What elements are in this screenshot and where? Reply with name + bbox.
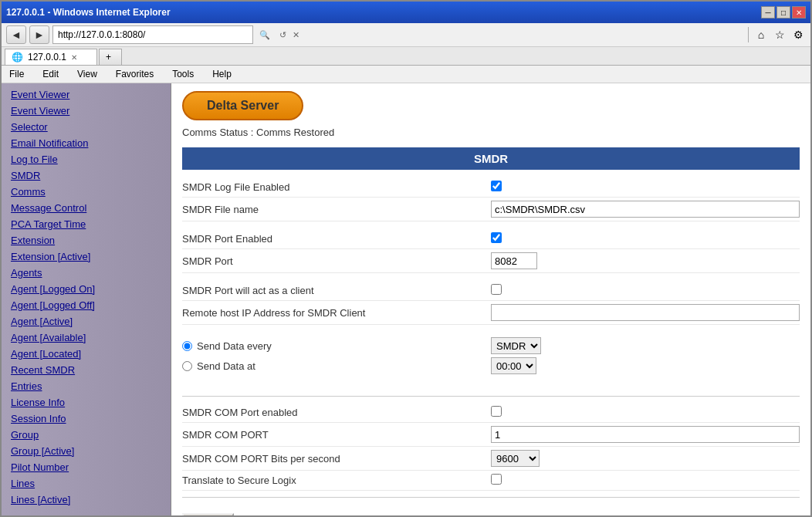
maximize-button[interactable]: □: [776, 6, 790, 19]
send-data-at-select[interactable]: 00:00 01:00 02:00: [491, 357, 536, 374]
window-controls: ─ □ ✕: [761, 6, 806, 19]
smdr-port-enabled-value: [491, 232, 800, 245]
send-data-at-row: Send Data at 00:00 01:00 02:00: [182, 357, 800, 374]
gap2: [182, 273, 800, 281]
smdr-section-header: SMDR: [182, 147, 800, 170]
send-data-every-row: Send Data every SMDR Hour Day: [182, 337, 800, 354]
menu-favorites[interactable]: Favorites: [113, 67, 157, 81]
sidebar-item-lines-active[interactable]: Lines [Active]: [2, 492, 171, 508]
toolbar-separator: [748, 27, 749, 42]
gap3: [182, 325, 800, 333]
send-data-at-label: Send Data at: [182, 360, 491, 372]
smdr-log-file-enabled-value: [491, 181, 800, 194]
active-tab[interactable]: 🌐 127.0.0.1 ✕: [5, 49, 97, 65]
tab-close-button[interactable]: ✕: [71, 53, 77, 62]
favorites-icon[interactable]: ☆: [772, 27, 787, 42]
menu-view[interactable]: View: [74, 67, 100, 81]
smdr-file-name-input[interactable]: [491, 201, 800, 218]
menu-help[interactable]: Help: [209, 67, 235, 81]
sidebar-item-lines[interactable]: Lines: [2, 475, 171, 492]
remote-host-ip-label: Remote host IP Address for SMDR Client: [182, 307, 491, 319]
main-window: 127.0.0.1 - Windows Internet Explorer ─ …: [0, 0, 812, 517]
smdr-com-port-input[interactable]: [491, 426, 800, 443]
home-icon[interactable]: ⌂: [753, 27, 769, 42]
sidebar-item-comms[interactable]: Comms: [2, 184, 171, 200]
smdr-log-file-enabled-row: SMDR Log File Enabled: [182, 177, 800, 198]
smdr-file-name-row: SMDR File name: [182, 198, 800, 221]
smdr-com-port-enabled-checkbox[interactable]: [491, 406, 502, 417]
smdr-com-port-enabled-row: SMDR COM Port enabled: [182, 403, 800, 423]
sidebar-item-license-info[interactable]: License Info: [2, 394, 171, 411]
smdr-port-input[interactable]: [491, 252, 537, 269]
translate-secure-logix-label: Translate to Secure Logix: [182, 475, 491, 486]
sidebar-item-agent-active[interactable]: Agent [Active]: [2, 313, 171, 329]
sidebar-item-email-notification[interactable]: Email Notification: [2, 135, 171, 151]
send-data-every-select[interactable]: SMDR Hour Day: [491, 337, 541, 354]
sidebar-item-smdr[interactable]: SMDR: [2, 167, 171, 184]
sidebar-item-agent-located[interactable]: Agent [Located]: [2, 346, 171, 362]
minimize-button[interactable]: ─: [761, 6, 775, 19]
sidebar-item-agent-logged-off[interactable]: Agent [Logged Off]: [2, 297, 171, 313]
smdr-com-port-bps-label: SMDR COM PORT Bits per second: [182, 453, 491, 465]
sidebar-item-agents[interactable]: Agents: [2, 265, 171, 281]
gap1: [182, 221, 800, 229]
divider1: [182, 396, 800, 397]
smdr-port-enabled-label: SMDR Port Enabled: [182, 233, 491, 245]
close-button[interactable]: ✕: [792, 6, 806, 19]
smdr-port-client-checkbox[interactable]: [491, 284, 502, 295]
sidebar-item-event-viewer-2[interactable]: Event Viewer: [2, 103, 171, 119]
new-tab-button[interactable]: +: [99, 49, 122, 65]
divider2: [182, 497, 800, 498]
translate-secure-logix-checkbox[interactable]: [491, 474, 502, 485]
sidebar-item-group-active[interactable]: Group [Active]: [2, 443, 171, 459]
menu-file[interactable]: File: [6, 67, 27, 81]
smdr-port-value: [491, 252, 800, 269]
send-data-every-label: Send Data every: [182, 340, 491, 352]
address-row: 🔍 ↺ ✕: [52, 25, 743, 44]
apply-button[interactable]: apply: [182, 513, 234, 515]
sidebar-item-message-control[interactable]: Message Control: [2, 200, 171, 216]
menu-bar: File Edit View Favorites Tools Help: [2, 66, 810, 83]
sidebar-item-session-info[interactable]: Session Info: [2, 411, 171, 427]
smdr-port-enabled-checkbox[interactable]: [491, 232, 502, 243]
menu-edit[interactable]: Edit: [39, 67, 62, 81]
smdr-com-port-bps-value: 9600 19200 38400: [491, 450, 800, 467]
remote-host-ip-row: Remote host IP Address for SMDR Client: [182, 301, 800, 325]
smdr-port-enabled-row: SMDR Port Enabled: [182, 229, 800, 249]
sidebar-item-recent-smdr[interactable]: Recent SMDR: [2, 362, 171, 378]
smdr-file-name-label: SMDR File name: [182, 204, 491, 215]
remote-host-ip-input[interactable]: [491, 304, 800, 321]
settings-icon[interactable]: ⚙: [790, 27, 806, 42]
smdr-port-row: SMDR Port: [182, 249, 800, 273]
window-title: 127.0.0.1 - Windows Internet Explorer: [6, 7, 171, 18]
menu-tools[interactable]: Tools: [169, 67, 197, 81]
sidebar-item-agent-logged-on[interactable]: Agent [Logged On]: [2, 281, 171, 297]
gap4: [182, 382, 800, 390]
sidebar-item-pilot-number[interactable]: Pilot Number: [2, 459, 171, 475]
sidebar-item-pca-target-time[interactable]: PCA Target Time: [2, 216, 171, 232]
forward-button[interactable]: ►: [29, 25, 49, 44]
address-bar[interactable]: [52, 25, 253, 44]
sidebar-item-event-viewer-1[interactable]: Event Viewer: [2, 86, 171, 103]
tab-favicon: 🌐: [12, 52, 23, 63]
comms-status: Comms Status : Comms Restored: [182, 127, 800, 138]
smdr-port-client-value: [491, 284, 800, 297]
sidebar-item-entries[interactable]: Entries: [2, 378, 171, 394]
smdr-com-port-label: SMDR COM PORT: [182, 429, 491, 441]
smdr-com-port-bps-select[interactable]: 9600 19200 38400: [491, 450, 540, 467]
back-button[interactable]: ◄: [6, 25, 26, 44]
sidebar-item-extension-active[interactable]: Extension [Active]: [2, 248, 171, 265]
sidebar-item-extension[interactable]: Extension: [2, 232, 171, 248]
sidebar-item-log-to-file[interactable]: Log to File: [2, 151, 171, 167]
sidebar-item-selector[interactable]: Selector: [2, 119, 171, 135]
delta-server-button[interactable]: Delta Server: [182, 91, 303, 120]
send-data-at-radio[interactable]: [182, 361, 192, 371]
smdr-file-name-value: [491, 201, 800, 218]
smdr-log-file-enabled-checkbox[interactable]: [491, 181, 502, 191]
smdr-com-port-enabled-label: SMDR COM Port enabled: [182, 407, 491, 418]
browser-toolbar: ◄ ► 🔍 ↺ ✕ ⌂ ☆ ⚙: [2, 23, 810, 47]
sidebar-item-agent-available[interactable]: Agent [Available]: [2, 329, 171, 346]
smdr-com-port-bps-row: SMDR COM PORT Bits per second 9600 19200…: [182, 447, 800, 471]
send-data-every-radio[interactable]: [182, 341, 192, 351]
sidebar-item-group[interactable]: Group: [2, 427, 171, 443]
